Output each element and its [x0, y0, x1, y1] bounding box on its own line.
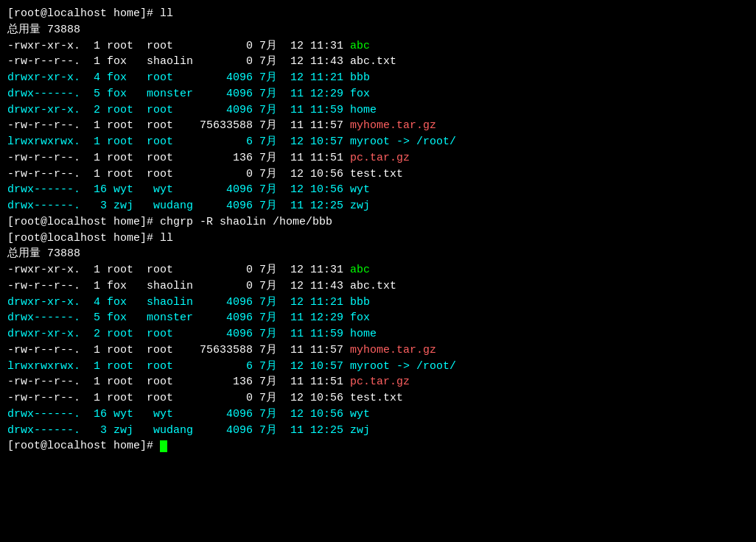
- line-row1-4: drwx------. 5 fox monster 4096 7月 11 12:…: [7, 86, 749, 102]
- cursor: [160, 440, 167, 452]
- line-row2-4: drwx------. 5 fox monster 4096 7月 11 12:…: [7, 310, 749, 326]
- terminal: [root@localhost home]# ll 总用量 73888 -rwx…: [7, 6, 749, 454]
- line-row2-1: -rwxr-xr-x. 1 root root 0 7月 12 11:31 ab…: [7, 262, 749, 278]
- line-prompt2: [root@localhost home]# ll: [7, 230, 749, 247]
- line-row1-9: -rw-r--r--. 1 root root 0 7月 12 10:56 te…: [7, 166, 749, 183]
- line-row2-7: lrwxrwxrwx. 1 root root 6 7月 12 10:57 my…: [7, 359, 749, 375]
- line-row2-3: drwxr-xr-x. 4 fox shaolin 4096 7月 12 11:…: [7, 295, 749, 311]
- line-row1-10: drwx------. 16 wyt wyt 4096 7月 12 10:56 …: [7, 182, 749, 198]
- line-prompt1: [root@localhost home]# ll: [7, 6, 749, 22]
- line-prompt3: [root@localhost home]#: [7, 438, 749, 454]
- line-row1-2: -rw-r--r--. 1 fox shaolin 0 7月 12 11:43 …: [7, 54, 749, 70]
- line-row1-1: -rwxr-xr-x. 1 root root 0 7月 12 11:31 ab…: [7, 38, 749, 54]
- line-row1-3: drwxr-xr-x. 4 fox root 4096 7月 12 11:21 …: [7, 70, 749, 86]
- line-row1-6: -rw-r--r--. 1 root root 75633588 7月 11 1…: [7, 118, 749, 134]
- line-row2-9: -rw-r--r--. 1 root root 0 7月 12 10:56 te…: [7, 390, 749, 406]
- line-total2: 总用量 73888: [7, 246, 749, 262]
- line-row1-7: lrwxrwxrwx. 1 root root 6 7月 12 10:57 my…: [7, 134, 749, 150]
- line-row2-11: drwx------. 3 zwj wudang 4096 7月 11 12:2…: [7, 423, 749, 439]
- line-total1: 总用量 73888: [7, 22, 749, 38]
- line-cmd1: [root@localhost home]# chgrp -R shaolin …: [7, 214, 749, 230]
- line-row1-11: drwx------. 3 zwj wudang 4096 7月 11 12:2…: [7, 198, 749, 214]
- line-row2-6: -rw-r--r--. 1 root root 75633588 7月 11 1…: [7, 342, 749, 359]
- line-row2-2: -rw-r--r--. 1 fox shaolin 0 7月 12 11:43 …: [7, 278, 749, 295]
- line-row2-10: drwx------. 16 wyt wyt 4096 7月 12 10:56 …: [7, 406, 749, 423]
- line-row1-8: -rw-r--r--. 1 root root 136 7月 11 11:51 …: [7, 150, 749, 166]
- line-row2-8: -rw-r--r--. 1 root root 136 7月 11 11:51 …: [7, 374, 749, 390]
- line-row2-5: drwxr-xr-x. 2 root root 4096 7月 11 11:59…: [7, 326, 749, 342]
- line-row1-5: drwxr-xr-x. 2 root root 4096 7月 11 11:59…: [7, 102, 749, 119]
